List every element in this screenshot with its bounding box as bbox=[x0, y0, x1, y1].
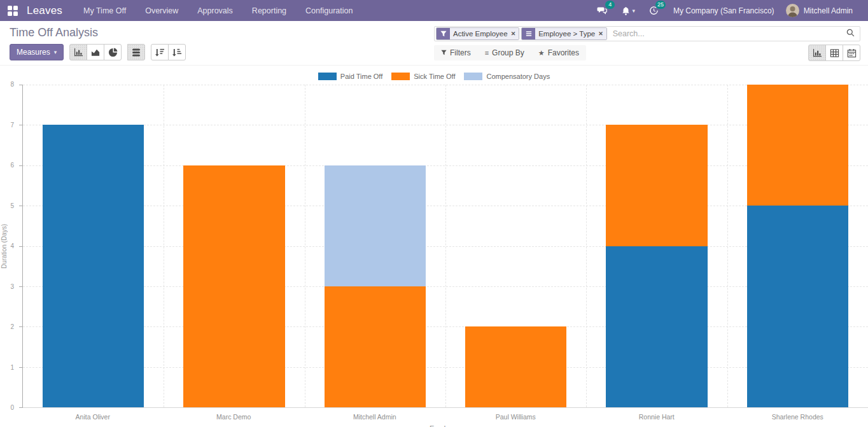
bar-segment[interactable] bbox=[747, 206, 848, 407]
activities-count-badge: 25 bbox=[655, 1, 666, 9]
user-menu[interactable]: Mitchell Admin bbox=[783, 4, 860, 17]
legend-swatch bbox=[318, 73, 337, 80]
group-by-label: Group By bbox=[492, 48, 524, 57]
calendar-view-button[interactable] bbox=[843, 45, 860, 61]
y-tick-mark bbox=[19, 125, 23, 125]
measures-button[interactable]: Measures ▾ bbox=[10, 44, 64, 60]
y-tick-label: 7 bbox=[10, 122, 14, 129]
stacked-toggle-button[interactable] bbox=[127, 44, 145, 60]
activities-button[interactable]: 25 bbox=[643, 3, 664, 18]
y-tick-mark bbox=[19, 85, 23, 85]
nav-item-my-time-off[interactable]: My Time Off bbox=[74, 0, 136, 21]
sort-descending-button[interactable] bbox=[151, 44, 169, 60]
gridline bbox=[727, 85, 728, 407]
search-bar[interactable]: Active Employee ✕ Employee > Type ✕ bbox=[434, 26, 860, 41]
gridline bbox=[586, 85, 587, 407]
facet-remove-icon[interactable]: ✕ bbox=[511, 31, 516, 37]
nav-item-reporting[interactable]: Reporting bbox=[242, 0, 296, 21]
y-tick-mark bbox=[19, 286, 23, 287]
y-tick-mark bbox=[19, 165, 23, 166]
view-switcher bbox=[808, 45, 860, 61]
y-tick-mark bbox=[19, 407, 23, 408]
x-tick-label: Marc Demo bbox=[164, 413, 305, 421]
search-facet-group-by-employee-type[interactable]: Employee > Type ✕ bbox=[521, 27, 607, 40]
y-tick-mark bbox=[19, 206, 23, 206]
y-tick-mark bbox=[19, 367, 23, 368]
y-tick-mark bbox=[19, 246, 23, 247]
y-axis: 012345678 bbox=[0, 85, 18, 408]
y-tick-label: 2 bbox=[10, 324, 14, 330]
notifications-button[interactable]: ▾ bbox=[616, 4, 641, 18]
top-navbar: Leaves My Time Off Overview Approvals Re… bbox=[0, 0, 868, 21]
search-options: Filters ≡ Group By ★ Favorites bbox=[434, 45, 586, 60]
filter-icon bbox=[437, 28, 450, 39]
sort-ascending-button[interactable] bbox=[168, 44, 186, 60]
legend-item[interactable]: Sick Time Off bbox=[391, 73, 455, 80]
star-icon: ★ bbox=[538, 49, 545, 57]
filters-menu[interactable]: Filters bbox=[434, 45, 478, 60]
chart-legend: Paid Time OffSick Time OffCompensatory D… bbox=[0, 73, 868, 80]
main-menu: My Time Off Overview Approvals Reporting… bbox=[74, 0, 362, 21]
bar-segment[interactable] bbox=[465, 326, 566, 407]
nav-item-approvals[interactable]: Approvals bbox=[188, 0, 242, 21]
x-tick-label: Ronnie Hart bbox=[586, 413, 727, 421]
gridline bbox=[305, 85, 305, 407]
app-name[interactable]: Leaves bbox=[27, 4, 62, 17]
chevron-down-icon: ▾ bbox=[54, 49, 57, 55]
x-tick-label: Anita Oliver bbox=[22, 413, 164, 421]
group-by-icon bbox=[522, 28, 535, 39]
page-title: Time Off Analysis bbox=[10, 26, 434, 39]
search-input[interactable] bbox=[609, 29, 845, 38]
facet-remove-icon[interactable]: ✕ bbox=[598, 31, 603, 37]
gridline bbox=[164, 85, 164, 407]
group-by-menu[interactable]: ≡ Group By bbox=[478, 45, 531, 60]
x-tick-label: Mitchell Admin bbox=[304, 413, 445, 421]
bar-segment[interactable] bbox=[325, 286, 426, 407]
favorites-menu[interactable]: ★ Favorites bbox=[531, 45, 586, 60]
group-by-icon: ≡ bbox=[485, 49, 489, 57]
sort-ascending-icon bbox=[172, 48, 182, 57]
legend-swatch bbox=[464, 73, 482, 80]
bell-icon bbox=[622, 6, 630, 15]
pie-chart-icon bbox=[108, 48, 118, 57]
legend-label: Paid Time Off bbox=[340, 73, 382, 80]
bar-segment[interactable] bbox=[606, 246, 707, 408]
y-tick-label: 4 bbox=[10, 243, 14, 249]
pie-chart-button[interactable] bbox=[104, 44, 122, 60]
bar-segment[interactable] bbox=[183, 165, 284, 407]
filter-icon bbox=[441, 49, 447, 57]
nav-item-configuration[interactable]: Configuration bbox=[296, 0, 362, 21]
messages-button[interactable]: 4 bbox=[591, 3, 613, 18]
bar-chart-icon bbox=[813, 48, 822, 58]
bar-chart-button[interactable] bbox=[69, 44, 87, 60]
legend-item[interactable]: Paid Time Off bbox=[318, 73, 382, 80]
bar-segment[interactable] bbox=[606, 125, 707, 246]
x-tick-label: Paul Williams bbox=[445, 413, 587, 421]
facet-label: Employee > Type bbox=[538, 30, 595, 38]
systray: 4 ▾ 25 My Company (San Francisco) bbox=[591, 3, 868, 18]
y-tick-label: 1 bbox=[10, 365, 14, 371]
line-chart-button[interactable] bbox=[87, 44, 104, 60]
x-axis-title: Employee bbox=[22, 424, 868, 427]
table-icon bbox=[830, 48, 839, 58]
legend-item[interactable]: Compensatory Days bbox=[464, 73, 550, 80]
nav-item-overview[interactable]: Overview bbox=[136, 0, 188, 21]
search-icon[interactable] bbox=[845, 28, 858, 39]
company-switcher[interactable]: My Company (San Francisco) bbox=[667, 6, 781, 15]
bar-segment[interactable] bbox=[43, 125, 144, 407]
stacked-icon bbox=[132, 48, 141, 57]
y-tick-mark bbox=[19, 326, 23, 327]
bar-segment[interactable] bbox=[747, 85, 848, 206]
graph-view-button[interactable] bbox=[808, 45, 826, 61]
pivot-view-button[interactable] bbox=[825, 45, 843, 61]
avatar bbox=[786, 4, 799, 17]
gridline bbox=[445, 85, 446, 407]
search-facet-active-employee[interactable]: Active Employee ✕ bbox=[436, 27, 519, 40]
bar-segment[interactable] bbox=[325, 165, 426, 286]
y-tick-label: 0 bbox=[10, 405, 14, 411]
chart-type-switcher bbox=[69, 44, 122, 60]
x-axis: Anita OliverMarc DemoMitchell AdminPaul … bbox=[22, 413, 868, 422]
chevron-down-icon: ▾ bbox=[632, 8, 635, 14]
y-tick-label: 6 bbox=[10, 162, 14, 169]
apps-menu-icon[interactable] bbox=[8, 6, 18, 16]
